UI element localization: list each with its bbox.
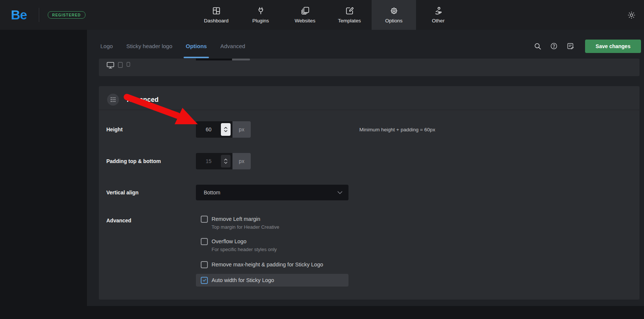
height-unit: px	[232, 121, 251, 138]
padding-input-wrap	[196, 153, 232, 169]
advanced-options-list: Remove Left margin Top margin for Header…	[196, 216, 348, 287]
help-icon[interactable]	[550, 42, 558, 50]
checkbox-remove-left-margin[interactable]	[201, 216, 208, 223]
height-note: Minimum height + padding = 60px	[359, 127, 435, 132]
height-label: Height	[106, 126, 196, 132]
slider-track-rest	[232, 59, 250, 60]
tab-sticky-header-logo[interactable]: Sticky header logo	[126, 34, 172, 59]
option-rows: Height px Minimum height + paddi	[99, 110, 640, 287]
betheme-options-screen: Be REGISTERED Dashboard	[0, 0, 644, 319]
active-tab-underline	[184, 57, 209, 58]
nav-templates[interactable]: Templates	[327, 0, 372, 30]
row-advanced-options: Advanced Remove Left margin Top margin f…	[106, 216, 640, 287]
padding-label: Padding top & bottom	[106, 158, 196, 164]
slider-track-filled	[196, 59, 232, 60]
registered-badge: REGISTERED	[48, 11, 85, 19]
websites-icon	[301, 6, 310, 15]
option-remove-left-margin: Remove Left margin Top margin for Header…	[196, 216, 348, 230]
nav-websites[interactable]: Websites	[283, 0, 327, 30]
option-remove-max-height: Remove max-height & padding for Sticky L…	[196, 261, 348, 268]
drag-handle[interactable]	[107, 94, 119, 106]
tablet-icon[interactable]	[118, 62, 123, 68]
height-input-wrap	[196, 121, 232, 138]
checkbox-remove-max-height[interactable]	[201, 261, 208, 268]
nav-other[interactable]: Other	[416, 0, 460, 30]
padding-stepper[interactable]	[221, 155, 231, 168]
advanced-section-card: Advanced Height	[99, 86, 640, 300]
clipped-option-card	[99, 59, 640, 76]
clipped-slider	[196, 59, 250, 60]
templates-icon	[345, 6, 354, 15]
brand-divider	[39, 8, 39, 22]
tab-options[interactable]: Options	[186, 34, 207, 59]
height-input-group: px	[196, 121, 251, 138]
padding-unit: px	[232, 153, 251, 169]
sub-nav: Logo Sticky header logo Options Advanced	[87, 30, 644, 59]
dashboard-icon	[212, 6, 221, 15]
sub-nav-actions: Save changes	[525, 40, 641, 53]
checkbox-auto-width-checked[interactable]	[201, 277, 208, 284]
changelog-icon[interactable]	[566, 42, 574, 50]
brightness-icon[interactable]	[628, 11, 635, 19]
search-icon[interactable]	[534, 43, 541, 50]
top-bar: Be REGISTERED Dashboard	[0, 0, 644, 30]
nav-dashboard[interactable]: Dashboard	[194, 0, 238, 30]
option-overflow-logo: Overflow Logo For specific header styles…	[196, 238, 348, 252]
plug-icon	[256, 6, 265, 15]
vertical-align-select[interactable]: Bottom	[196, 185, 348, 200]
row-height: Height px Minimum height + paddi	[106, 121, 640, 138]
vertical-align-label: Vertical align	[106, 190, 196, 196]
row-vertical-align: Vertical align Bottom	[106, 185, 640, 200]
nav-options[interactable]: Options	[372, 0, 416, 30]
responsive-device-switcher	[107, 62, 130, 69]
tab-advanced[interactable]: Advanced	[220, 34, 245, 59]
tab-logo[interactable]: Logo	[100, 34, 113, 59]
option-tabs: Logo Sticky header logo Options Advanced	[100, 34, 259, 59]
drag-dots-icon	[110, 97, 116, 103]
option-auto-width-sticky-logo[interactable]: Auto width for Sticky Logo	[196, 274, 348, 287]
betheme-logo: Be	[11, 7, 27, 22]
section-title: Advanced	[127, 96, 159, 104]
brand: Be REGISTERED	[11, 0, 85, 30]
nav-plugins[interactable]: Plugins	[238, 0, 283, 30]
height-stepper[interactable]	[221, 123, 231, 136]
row-padding: Padding top & bottom px	[106, 153, 640, 169]
save-changes-button[interactable]: Save changes	[585, 40, 641, 53]
support-icon	[434, 6, 443, 15]
content-area: Logo Sticky header logo Options Advanced	[87, 30, 644, 306]
gear-icon	[390, 6, 398, 15]
phone-icon[interactable]	[126, 62, 130, 67]
desktop-icon[interactable]	[107, 62, 114, 69]
padding-input-group: px	[196, 153, 251, 169]
section-header: Advanced	[99, 86, 640, 110]
advanced-label: Advanced	[106, 216, 196, 223]
checkbox-overflow-logo[interactable]	[201, 238, 208, 245]
chevron-down-icon	[337, 191, 343, 194]
main-nav: Dashboard Plugins	[194, 0, 460, 30]
